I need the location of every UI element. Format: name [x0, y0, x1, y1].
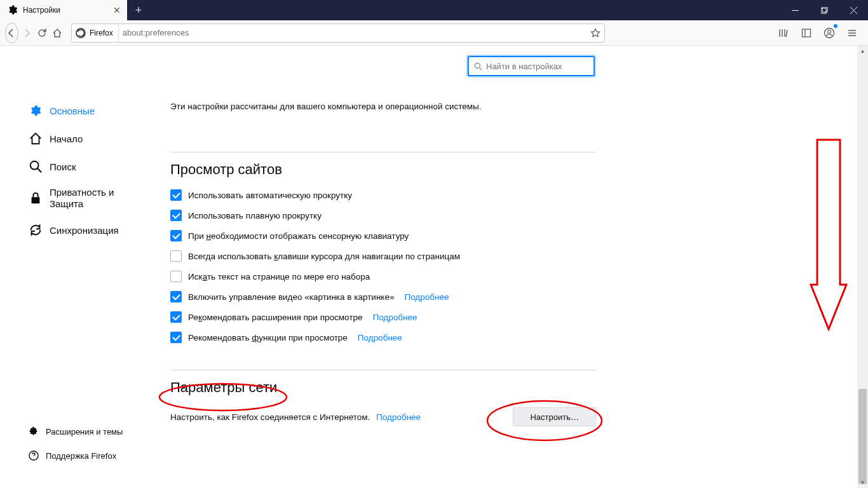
search-icon [474, 62, 482, 71]
intro-text: Эти настройки рассчитаны для вашего комп… [170, 97, 596, 116]
close-button[interactable] [839, 0, 868, 20]
network-desc: Настроить, как Firefox соединяется с Инт… [170, 412, 513, 422]
category-label: Начало [50, 133, 83, 144]
divider [170, 152, 596, 152]
checkbox[interactable] [170, 311, 182, 323]
firefox-icon [76, 28, 86, 38]
opt-recommend-ext: Рекомендовать расширения при просмотре П… [170, 311, 596, 323]
learn-more-link[interactable]: Подробнее [376, 412, 421, 422]
vertical-scrollbar[interactable]: ▲ ▼ [857, 46, 868, 488]
learn-more-link[interactable]: Подробнее [372, 313, 417, 322]
category-label: Приватность и Защита [50, 187, 150, 210]
support-link[interactable]: Поддержка Firefox [25, 444, 153, 468]
preferences-page: Основные Начало Поиск Приватность и Защи… [0, 46, 857, 488]
network-section-title: Параметры сети [170, 379, 596, 396]
opt-search-as-type: Искать текст на странице по мере его наб… [170, 271, 596, 282]
svg-line-9 [480, 67, 482, 70]
sync-icon [28, 222, 43, 238]
prefs-helpers: Расширения и темы Поддержка Firefox [25, 419, 153, 468]
opt-label[interactable]: При необходимости отображать сенсорную к… [188, 231, 409, 241]
app-menu-button[interactable] [841, 23, 863, 43]
titlebar: Настройки ✕ + [0, 0, 868, 20]
opt-label[interactable]: Рекомендовать расширения при просмотре [188, 313, 362, 322]
identity-box[interactable]: Firefox [76, 24, 119, 42]
svg-rect-1 [821, 8, 826, 13]
helper-label: Расширения и темы [46, 427, 123, 437]
search-icon [28, 159, 43, 174]
bookmark-star-icon[interactable] [590, 28, 600, 38]
tab-close-icon[interactable]: ✕ [112, 5, 122, 15]
svg-point-7 [828, 30, 831, 33]
category-label: Основные [50, 105, 95, 116]
checkbox[interactable] [170, 230, 182, 241]
svg-rect-4 [803, 29, 811, 37]
helper-label: Поддержка Firefox [46, 451, 116, 461]
category-home[interactable]: Начало [25, 125, 153, 152]
account-button[interactable] [818, 23, 840, 43]
back-button[interactable] [5, 23, 18, 43]
prefs-sidebar: Основные Начало Поиск Приватность и Защи… [25, 97, 153, 244]
forward-button[interactable] [21, 23, 34, 43]
category-search[interactable]: Поиск [25, 152, 153, 180]
opt-label[interactable]: Использовать автоматическую прокрутку [188, 191, 352, 200]
category-general[interactable]: Основные [25, 97, 153, 125]
opt-label[interactable]: Всегда использовать клавиши курсора для … [188, 252, 460, 261]
opt-label[interactable]: Использовать плавную прокрутку [188, 211, 322, 220]
category-sync[interactable]: Синхронизация [25, 216, 153, 244]
svg-point-8 [475, 63, 480, 68]
opt-label[interactable]: Рекомендовать функции при просмотре [188, 333, 348, 342]
opt-label[interactable]: Искать текст на странице по мере его наб… [188, 272, 370, 281]
minimize-button[interactable] [780, 0, 810, 20]
opt-smoothscroll: Использовать плавную прокрутку [170, 210, 596, 221]
puzzle-icon [28, 426, 39, 437]
opt-autoscroll: Использовать автоматическую прокрутку [170, 189, 596, 201]
url-text: about:preferences [123, 28, 587, 37]
category-privacy[interactable]: Приватность и Защита [25, 180, 153, 216]
checkbox[interactable] [170, 210, 182, 221]
opt-pip: Включить управление видео «картинка в ка… [170, 291, 596, 302]
reload-button[interactable] [36, 23, 48, 43]
sidebar-button[interactable] [796, 23, 817, 43]
gear-icon [28, 103, 43, 118]
network-settings-button[interactable]: Настроить… [513, 407, 596, 426]
prefs-search-input[interactable] [486, 62, 593, 71]
checkbox[interactable] [170, 271, 182, 282]
extensions-link[interactable]: Расширения и темы [25, 419, 153, 444]
learn-more-link[interactable]: Подробнее [404, 292, 449, 302]
gear-icon [8, 5, 18, 15]
identity-label: Firefox [90, 29, 113, 37]
svg-rect-0 [792, 10, 799, 11]
scroll-thumb[interactable] [858, 389, 867, 484]
content-area: Основные Начало Поиск Приватность и Защи… [0, 46, 868, 488]
home-icon [28, 131, 43, 146]
maximize-button[interactable] [810, 0, 839, 20]
nav-toolbar: Firefox about:preferences [0, 20, 868, 46]
browser-tab[interactable]: Настройки ✕ [0, 0, 127, 20]
tab-title: Настройки [23, 6, 112, 15]
url-bar[interactable]: Firefox about:preferences [71, 24, 605, 43]
opt-label[interactable]: Включить управление видео «картинка в ка… [188, 292, 394, 302]
opt-caret-browsing: Всегда использовать клавиши курсора для … [170, 250, 596, 262]
checkbox[interactable] [170, 189, 182, 201]
checkbox[interactable] [170, 291, 182, 302]
scroll-up-arrow[interactable]: ▲ [857, 46, 868, 57]
library-button[interactable] [773, 23, 794, 43]
prefs-main: Эти настройки рассчитаны для вашего комп… [170, 97, 596, 426]
new-tab-button[interactable]: + [127, 0, 150, 20]
checkbox[interactable] [170, 250, 182, 262]
scroll-down-arrow[interactable]: ▼ [857, 477, 868, 488]
question-icon [28, 450, 39, 461]
category-label: Поиск [50, 161, 76, 172]
divider [170, 370, 596, 370]
checkbox[interactable] [170, 332, 182, 343]
svg-rect-12 [32, 197, 40, 203]
learn-more-link[interactable]: Подробнее [358, 333, 402, 342]
opt-recommend-features: Рекомендовать функции при просмотре Подр… [170, 332, 596, 343]
home-button[interactable] [51, 23, 64, 43]
network-row: Настроить, как Firefox соединяется с Инт… [170, 407, 596, 426]
lock-icon [28, 191, 43, 206]
svg-point-10 [31, 161, 39, 170]
prefs-search-box[interactable] [468, 56, 595, 76]
category-label: Синхронизация [50, 225, 119, 236]
svg-line-11 [37, 168, 41, 172]
